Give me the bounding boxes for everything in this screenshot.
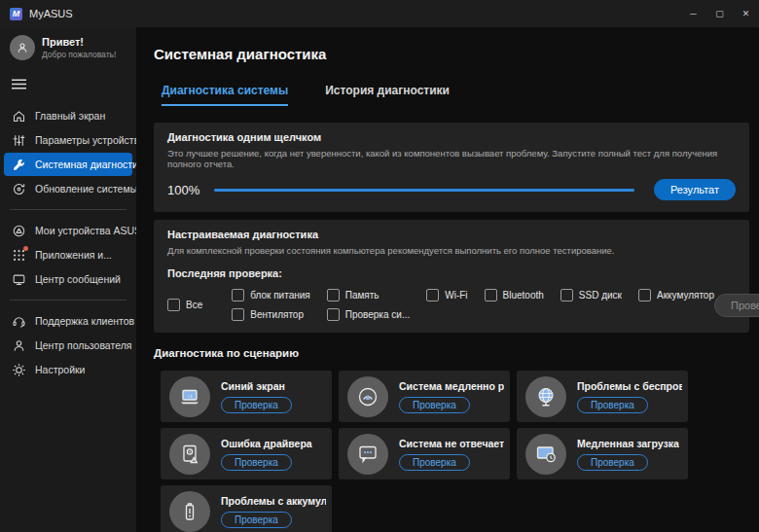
checkbox-box[interactable] [232,289,244,301]
check-scenario-button[interactable]: Проверка [399,454,470,471]
driver-error-icon [169,434,210,475]
checkbox-wifi[interactable]: Wi-Fi [426,289,467,301]
card-wireless-problems: Проблемы с беспровод... Проверка [517,371,688,422]
checkbox-system-check[interactable]: Проверка си... [327,308,411,321]
myasus-window: M MyASUS ─ ▢ ✕ Привет! Добро пожаловать! [0,0,759,532]
checkbox-box[interactable] [560,289,573,301]
app-title: MyASUS [29,8,73,19]
checkbox-memory[interactable]: Память [327,289,411,301]
one-click-title: Диагностика одним щелчком [167,131,736,143]
card-system-slow: Система медленно раб... Проверка [339,371,510,422]
check-scenario-button[interactable]: Проверка [221,454,292,471]
checkbox-power-supply[interactable]: блок питания [232,289,310,301]
gauge-icon [347,376,388,417]
sidebar-item-home[interactable]: Главный экран [4,104,132,127]
checkbox-box[interactable] [167,299,180,311]
check-button[interactable]: Проверка [714,294,759,317]
tab-bar: Диагностика системы История диагностики [162,84,746,106]
check-scenario-button[interactable]: Проверка [577,397,648,413]
home-icon [12,109,26,124]
checkbox-ssd[interactable]: SSD диск [560,289,622,301]
gear-icon [12,363,26,377]
checkbox-label: Аккумулятор [657,290,714,301]
sidebar-item-user-center[interactable]: Центр пользователя [4,334,132,357]
check-scenario-button[interactable]: Проверка [399,397,470,413]
check-scenario-button[interactable]: Проверка [221,397,292,413]
sidebar: Привет! Добро пожаловать! Главн [0,27,136,532]
checkbox-box[interactable] [232,308,244,321]
checkbox-label: блок питания [250,290,310,301]
sidebar-item-label: Параметры устройства [35,134,145,146]
sidebar-item-label: Центр сообщений [35,273,121,285]
close-button[interactable]: ✕ [733,0,759,27]
sidebar-item-label: Приложения и... [35,249,112,261]
checkbox-box[interactable] [485,289,497,301]
sidebar-item-system-update[interactable]: Обновление системы [4,177,132,200]
sidebar-item-settings[interactable]: Настройки [4,358,132,381]
checkbox-bluetooth[interactable]: Bluetooth [485,289,544,301]
hamburger-menu-icon[interactable] [0,63,136,97]
checkbox-box[interactable] [638,289,651,301]
card-driver-error: Ошибка драйвера Проверка [161,428,332,479]
sidebar-item-apps[interactable]: Приложения и... [4,243,132,266]
card-battery-problems: Проблемы с аккумулят... Проверка [161,485,332,532]
result-button[interactable]: Результат [654,179,736,200]
sidebar-item-label: Поддержка клиентов [35,315,134,327]
sidebar-item-message-center[interactable]: Центр сообщений [4,267,132,291]
card-title: Проблемы с беспровод... [577,380,682,392]
card-blue-screen: :( Синий экран Проверка [161,371,332,422]
card-title: Медленная загрузка [577,438,679,449]
bluescreen-icon: :( [169,376,210,417]
card-title: Система не отвечает [399,438,504,449]
greeting-title: Привет! [42,36,116,48]
checkbox-fan[interactable]: Вентилятор [232,308,310,321]
page-title: Системная диагностика [154,46,746,62]
sidebar-item-label: Главный экран [35,110,105,122]
checkbox-all[interactable]: Все [167,299,202,311]
user-profile[interactable]: Привет! Добро пожаловать! [0,32,136,63]
apps-grid-icon [12,248,26,263]
progress-bar [214,189,634,192]
asus-devices-icon [12,224,26,238]
custom-diagnostics-panel: Настраиваемая диагностика Для комплексно… [154,220,749,333]
check-scenario-button[interactable]: Проверка [577,454,648,471]
sidebar-item-label: Мои устройства ASUS [35,225,141,236]
card-title: Синий экран [221,380,292,392]
not-responding-icon [347,434,388,475]
progress-bar-fill [214,189,634,192]
main-content: Системная диагностика Диагностика систем… [136,27,759,532]
card-title: Ошибка драйвера [221,438,312,449]
sidebar-divider [10,209,126,210]
tab-system-diagnostics[interactable]: Диагностика системы [162,84,288,106]
checkbox-box[interactable] [327,289,340,301]
custom-title: Настраиваемая диагностика [167,229,736,240]
tab-diagnostics-history[interactable]: История диагностики [325,84,450,106]
svg-text::(: :( [187,392,193,398]
sidebar-nav: Главный экран Параметры устройства [0,103,136,382]
window-controls: ─ ▢ ✕ [680,0,759,27]
check-scenario-button[interactable]: Проверка [221,512,292,528]
checkbox-battery[interactable]: Аккумулятор [638,289,714,301]
sidebar-item-label: Центр пользователя [35,339,131,351]
titlebar: M MyASUS ─ ▢ ✕ [0,0,759,27]
sidebar-item-system-diagnostics[interactable]: Системная диагностика [4,153,132,176]
sidebar-item-label: Настройки [35,364,86,375]
minimize-button[interactable]: ─ [680,0,706,27]
headset-icon [12,314,26,329]
card-slow-boot: Медленная загрузка Проверка [517,428,688,479]
sidebar-divider [10,300,126,301]
update-refresh-icon [12,182,26,196]
greeting-subtitle: Добро пожаловать! [42,50,116,59]
maximize-button[interactable]: ▢ [706,0,733,27]
sidebar-item-my-asus-devices[interactable]: Мои устройства ASUS [4,219,132,242]
checkbox-label: Bluetooth [503,290,544,301]
sidebar-item-customer-support[interactable]: Поддержка клиентов [4,309,132,333]
sidebar-item-label: Системная диагностика [35,159,149,170]
sidebar-item-device-settings[interactable]: Параметры устройства [4,128,132,152]
checkbox-label: Память [345,290,380,301]
battery-warning-icon [169,491,210,532]
checkbox-label: Вентилятор [250,309,304,320]
checkbox-box[interactable] [327,308,340,321]
greeting-block: Привет! Добро пожаловать! [42,36,116,59]
checkbox-box[interactable] [426,289,439,301]
